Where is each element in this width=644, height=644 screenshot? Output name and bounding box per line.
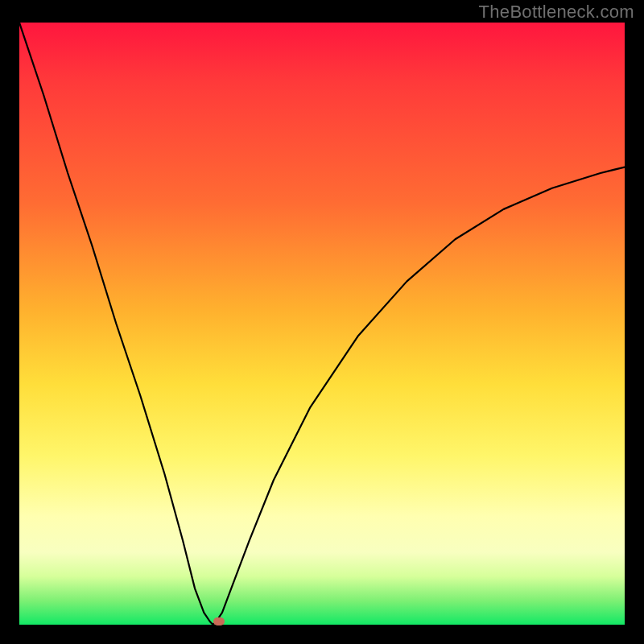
bottleneck-curve: [19, 23, 625, 625]
watermark-text: TheBottleneck.com: [479, 2, 634, 23]
curve-path: [19, 23, 625, 625]
minimum-marker: [213, 617, 225, 625]
plot-area: [19, 23, 625, 625]
chart-frame: TheBottleneck.com: [0, 0, 644, 644]
